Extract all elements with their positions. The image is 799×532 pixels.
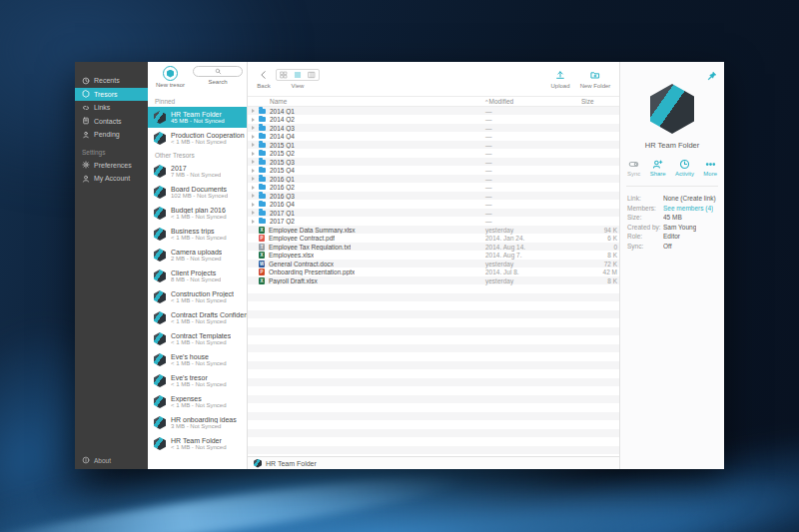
details-info-value: Sam Young (663, 223, 696, 233)
file-modified: yesterday (485, 227, 513, 234)
folder-row[interactable]: 2014 Q3 — (248, 124, 619, 133)
file-name: 2014 Q3 (270, 125, 295, 132)
folder-row[interactable]: 2015 Q1 — (248, 141, 619, 150)
details-info-row: Role: Editor (627, 232, 720, 242)
tresor-sync-status: < 1 MB - Not Synced (171, 402, 227, 408)
file-row[interactable]: X Employees.xlsx 2014. Aug 7. 8 K (248, 252, 619, 261)
file-name: 2014 Q2 (270, 116, 295, 123)
folder-row[interactable]: 2016 Q3 — (248, 192, 619, 201)
tresor-section-header: Pinned (148, 95, 247, 107)
pin-icon[interactable] (707, 67, 717, 77)
tresor-list-item[interactable]: Expenses < 1 MB - Not Synced (148, 391, 247, 412)
tresor-list-item[interactable]: Business trips < 1 MB - Not Synced (148, 224, 247, 245)
share-action-button[interactable]: Share (650, 159, 666, 177)
tresor-list-item[interactable]: Contract Templates < 1 MB - Not Synced (148, 328, 247, 349)
expand-triangle-icon[interactable] (248, 126, 259, 130)
tresor-name: Eve's tresor (171, 374, 227, 381)
expand-triangle-icon[interactable] (248, 135, 259, 139)
user-icon (82, 175, 90, 183)
tresor-logo-large (650, 84, 694, 134)
file-row[interactable]: T Employee Tax Regulation.txt 2014. Aug … (248, 243, 619, 252)
back-button[interactable]: Back (256, 69, 272, 89)
sidebar-item-preferences[interactable]: Preferences (75, 159, 148, 173)
sidebar-item-label: Pending (94, 131, 120, 138)
tresor-list-item[interactable]: Contract Drafts Confiden... < 1 MB - Not… (148, 307, 247, 328)
file-modified: — (485, 167, 492, 174)
search-control[interactable]: Search (193, 66, 243, 85)
folder-row[interactable]: 2015 Q2 — (248, 150, 619, 159)
expand-triangle-icon[interactable] (248, 109, 259, 113)
file-modified: — (485, 176, 492, 183)
expand-triangle-icon[interactable] (248, 152, 259, 156)
sync-action-button[interactable]: Sync (627, 159, 640, 177)
folder-row[interactable]: 2017 Q1 — (248, 209, 619, 218)
expand-triangle-icon[interactable] (248, 169, 259, 173)
file-row[interactable]: X Employee Data Summary.xlsx yesterday 9… (248, 226, 619, 235)
expand-triangle-icon[interactable] (248, 186, 259, 190)
folder-row[interactable]: 2014 Q4 — (248, 133, 619, 142)
folder-row[interactable]: 2015 Q4 — (248, 167, 619, 176)
tresor-list-item[interactable]: Budget plan 2016 < 1 MB - Not Synced (148, 203, 247, 224)
more-action-button[interactable]: More (703, 159, 717, 177)
new-folder-button[interactable]: New Folder (577, 69, 613, 89)
folder-row[interactable]: 2016 Q4 — (248, 201, 619, 210)
folder-row[interactable]: 2014 Q2 — (248, 116, 619, 125)
tresor-list-item[interactable]: HR onboarding ideas 3 MB - Not Synced (148, 412, 247, 433)
grid-view-button[interactable] (277, 70, 291, 80)
column-header-size[interactable]: Size (581, 97, 594, 107)
expand-triangle-icon[interactable] (248, 220, 259, 224)
details-info-value[interactable]: See members (4) (663, 204, 713, 214)
expand-triangle-icon[interactable] (248, 211, 259, 215)
about-item[interactable]: About (82, 456, 111, 464)
column-header-name[interactable]: Name (270, 97, 287, 107)
list-view-button[interactable] (291, 70, 305, 80)
tresor-hexagon-icon (154, 132, 166, 145)
file-row[interactable]: P Employee Contract.pdf 2014. Jan 24. 6 … (248, 235, 619, 244)
folder-row[interactable]: 2015 Q3 — (248, 158, 619, 167)
sidebar-item-pending[interactable]: Pending (75, 128, 148, 142)
file-row[interactable]: X Payroll Draft.xlsx yesterday 8 K (248, 276, 619, 285)
column-view-button[interactable] (305, 70, 319, 80)
tresorit-logo-icon (167, 70, 174, 78)
sidebar-item-tresors[interactable]: Tresors (75, 88, 148, 102)
tresor-sync-status: < 1 MB - Not Synced (171, 360, 227, 366)
upload-button[interactable]: Upload (545, 69, 575, 89)
file-row[interactable]: P Onboarding Presentation.pptx 2014. Jul… (248, 268, 619, 277)
column-header-modified[interactable]: ^Modified (485, 97, 513, 107)
sidebar-item-label: Links (94, 104, 110, 111)
folder-row[interactable]: 2016 Q1 — (248, 175, 619, 184)
about-label: About (94, 457, 111, 464)
sidebar-item-links[interactable]: Links (75, 101, 148, 115)
sidebar-item-contacts[interactable]: Contacts (75, 115, 148, 129)
new-tresor-button[interactable]: New tresor (156, 66, 185, 88)
expand-triangle-icon[interactable] (248, 143, 259, 147)
expand-triangle-icon[interactable] (248, 194, 259, 198)
sidebar-item-recents[interactable]: Recents (75, 74, 148, 88)
expand-triangle-icon[interactable] (248, 160, 259, 164)
file-row[interactable]: W General Contract.docx yesterday 72 K (248, 260, 619, 268)
file-modified: — (485, 142, 492, 149)
folder-row[interactable]: 2014 Q1 — (248, 107, 619, 116)
folder-row[interactable]: 2017 Q2 — (248, 218, 619, 227)
folder-row[interactable]: 2016 Q2 — (248, 184, 619, 193)
search-input[interactable] (193, 66, 243, 77)
expand-triangle-icon[interactable] (248, 118, 259, 122)
back-label: Back (256, 83, 272, 89)
tresor-list-item[interactable]: Eve's tresor < 1 MB - Not Synced (148, 370, 247, 391)
tresor-list-item[interactable]: HR Team Folder 45 MB - Not Synced (148, 107, 247, 128)
file-list[interactable]: 2014 Q1 — 2014 Q2 — 2014 Q3 — 2014 Q4 — … (248, 107, 619, 456)
sidebar-item-my-account[interactable]: My Account (75, 172, 148, 186)
tresor-list-item[interactable]: Eve's house < 1 MB - Not Synced (148, 349, 247, 370)
tresor-list-item[interactable]: Construction Project < 1 MB - Not Synced (148, 286, 247, 307)
file-name: Employees.xlsx (269, 252, 314, 259)
file-name: 2017 Q1 (270, 210, 295, 217)
tresor-list-item[interactable]: 2017 7 MB - Not Synced (148, 161, 247, 182)
tresor-list-item[interactable]: Board Documents 102 MB - Not Synced (148, 182, 247, 203)
tresor-list-item[interactable]: HR Team Folder < 1 MB - Not Synced (148, 433, 247, 454)
expand-triangle-icon[interactable] (248, 177, 259, 181)
expand-triangle-icon[interactable] (248, 203, 259, 207)
tresor-list-item[interactable]: Camera uploads 2 MB - Not Synced (148, 245, 247, 266)
tresor-list-item[interactable]: Production Cooperation < 1 MB - Not Sync… (148, 128, 247, 149)
activity-action-button[interactable]: Activity (675, 159, 694, 177)
tresor-list-item[interactable]: Client Projects 8 MB - Not Synced (148, 266, 247, 286)
